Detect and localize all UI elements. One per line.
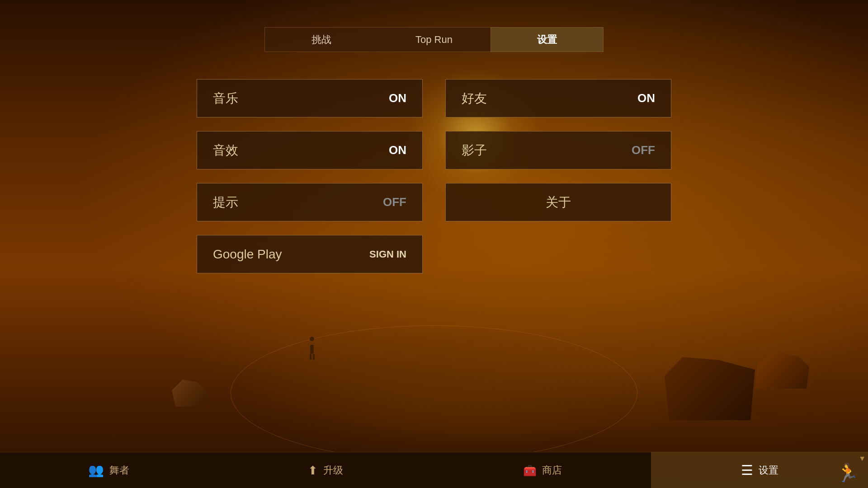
- main-content: 挑战 Top Run 设置 音乐 ON 好友 ON 音效 ON 影子 OFF: [0, 0, 868, 488]
- tab-settings[interactable]: 设置: [491, 27, 604, 52]
- google-play-label: Google Play: [213, 247, 282, 262]
- music-toggle[interactable]: 音乐 ON: [197, 79, 423, 117]
- shadow-toggle[interactable]: 影子 OFF: [445, 131, 671, 169]
- about-label: 关于: [546, 194, 571, 211]
- store-icon: [523, 463, 537, 478]
- tab-challenge[interactable]: 挑战: [264, 27, 377, 52]
- nav-upgrade[interactable]: 升级: [217, 452, 434, 488]
- hints-label: 提示: [213, 194, 238, 211]
- settings-grid: 音乐 ON 好友 ON 音效 ON 影子 OFF 提示 OFF 关于 Googl…: [197, 79, 671, 273]
- friends-toggle[interactable]: 好友 ON: [445, 79, 671, 117]
- friends-value: ON: [637, 91, 655, 105]
- friends-label: 好友: [462, 90, 487, 107]
- tab-bar: 挑战 Top Run 设置: [264, 27, 604, 52]
- music-value: ON: [389, 91, 406, 105]
- nav-shop-label: 商店: [542, 464, 562, 477]
- nav-settings-active[interactable]: ▼ 设置: [651, 452, 868, 488]
- people-icon: [88, 463, 104, 478]
- upgrade-icon: [308, 463, 318, 478]
- shadow-label: 影子: [462, 142, 487, 159]
- list-icon: [741, 462, 753, 478]
- runner-icon: 🏃: [836, 462, 859, 483]
- sfx-toggle[interactable]: 音效 ON: [197, 131, 423, 169]
- tab-toprun[interactable]: Top Run: [377, 27, 491, 52]
- google-play-value: SIGN IN: [369, 249, 406, 260]
- shadow-value: OFF: [632, 143, 655, 157]
- nav-dancers[interactable]: 舞者: [0, 452, 217, 488]
- bottom-nav: 舞者 升级 商店 ▼ 设置: [0, 452, 868, 488]
- hints-value: OFF: [383, 195, 406, 209]
- sfx-label: 音效: [213, 142, 238, 159]
- music-label: 音乐: [213, 90, 238, 107]
- about-button[interactable]: 关于: [445, 183, 671, 221]
- dropdown-arrow: ▼: [859, 455, 866, 463]
- nav-dancers-label: 舞者: [109, 464, 129, 477]
- sfx-value: ON: [389, 143, 406, 157]
- hints-toggle[interactable]: 提示 OFF: [197, 183, 423, 221]
- nav-settings-label: 设置: [759, 464, 778, 477]
- google-play-button[interactable]: Google Play SIGN IN: [197, 235, 423, 273]
- nav-upgrade-label: 升级: [323, 464, 343, 477]
- nav-shop[interactable]: 商店: [434, 452, 651, 488]
